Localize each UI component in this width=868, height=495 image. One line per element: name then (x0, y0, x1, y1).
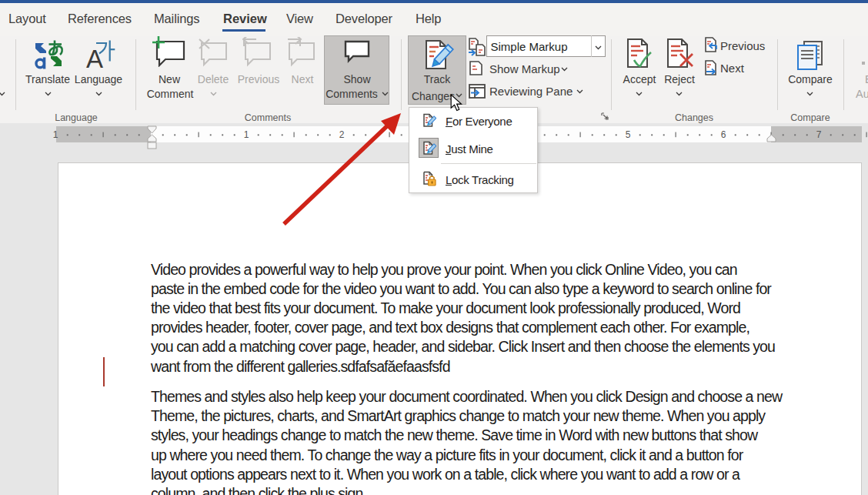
svg-text:6: 6 (721, 129, 726, 140)
svg-text:5: 5 (626, 129, 631, 140)
svg-text:1: 1 (53, 129, 58, 140)
svg-text:1: 1 (244, 129, 249, 140)
svg-text:7: 7 (816, 129, 822, 140)
svg-text:A: A (86, 45, 103, 71)
